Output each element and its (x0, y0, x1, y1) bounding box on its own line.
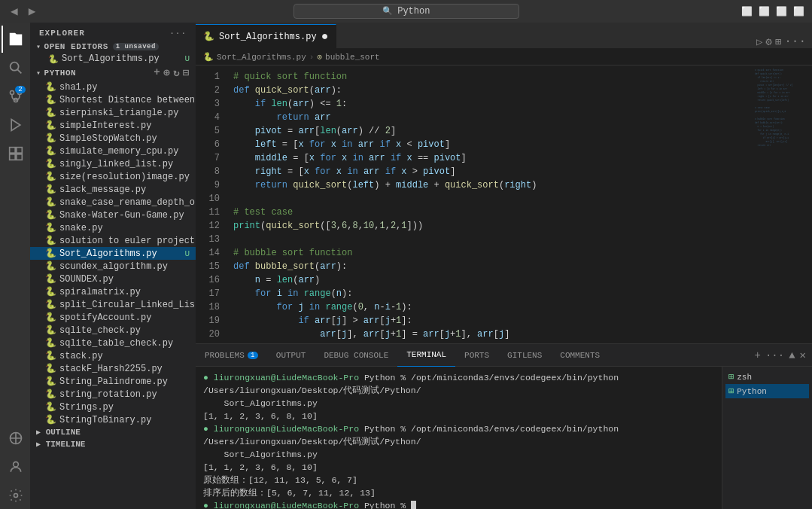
terminal-line-5: 原始数组：[12, 11, 13, 5, 6, 7] (203, 474, 714, 486)
sidebar: EXPLORER ··· ▾ OPEN EDITORS 1 unsaved 🐍 … (30, 23, 196, 509)
split-editor-button[interactable]: ⊞ (775, 35, 781, 48)
sidebar-menu-icon[interactable]: ··· (169, 29, 187, 38)
tab-debug-console[interactable]: DEBUG CONSOLE (315, 344, 397, 367)
tab-comments[interactable]: COMMENTS (551, 344, 609, 367)
open-editors-section[interactable]: ▾ OPEN EDITORS 1 unsaved (30, 41, 196, 53)
file-simple-interest[interactable]: 🐍simpleInterest.py (30, 119, 196, 132)
editor-tab-sort-algorithms[interactable]: 🐍 Sort_Algorithms.py ● (196, 24, 336, 48)
terminal-close-button[interactable]: ✕ (800, 349, 806, 361)
svg-point-2 (11, 62, 19, 71)
file-stackf[interactable]: 🐍stackF_Harsh2255.py (30, 362, 196, 375)
file-slack[interactable]: 🐍slack_message.py (30, 183, 196, 196)
main-layout: 2 EXPLORER ··· ▾ OPEN (0, 23, 812, 509)
file-string-to-binary[interactable]: 🐍StringToBinary.py (30, 413, 196, 426)
svg-rect-0 (11, 35, 21, 36)
terminal-content[interactable]: ● liurongxuan@LiudeMacBook-Pro Python % … (196, 367, 722, 509)
file-sort-algorithms[interactable]: 🐍Sort_Algorithms.pyU (30, 247, 196, 260)
back-button[interactable]: ◀ (8, 4, 21, 19)
collapse-icon[interactable]: ⊟ (183, 66, 190, 79)
breadcrumb-function[interactable]: bubble_sort (325, 53, 380, 62)
timeline-section[interactable]: ▶ TIMELINE (30, 438, 196, 450)
run-split-button[interactable]: ▷ (756, 35, 762, 48)
new-folder-icon[interactable]: ⊕ (163, 66, 170, 79)
terminal-add-button[interactable]: + (755, 349, 761, 361)
file-sqlite-check[interactable]: 🐍sqlite_check.py (30, 324, 196, 337)
new-file-icon[interactable]: + (154, 66, 160, 79)
refresh-icon[interactable]: ↻ (173, 66, 180, 79)
tab-problems[interactable]: PROBLEMS 1 (196, 344, 267, 367)
terminal-icon: ⊞ (728, 371, 734, 383)
terminal-line-3: ● liurongxuan@LiudeMacBook-Pro Python % … (203, 422, 714, 461)
terminal-line-2: [1, 1, 2, 3, 6, 8, 10] (203, 410, 714, 422)
file-spotify[interactable]: 🐍spotifyAccount.py (30, 311, 196, 324)
layout-icon-3[interactable]: ⬜ (776, 6, 787, 17)
svg-rect-9 (17, 148, 23, 154)
terminal-zsh[interactable]: ⊞ zsh (725, 370, 809, 384)
svg-rect-8 (10, 148, 16, 154)
activity-run[interactable] (2, 111, 29, 139)
layout-icon-2[interactable]: ⬜ (759, 6, 770, 17)
global-search[interactable]: 🔍 Python (293, 4, 519, 19)
layout-icon-4[interactable]: ⬜ (793, 6, 804, 17)
tab-terminal[interactable]: TERMINAL (397, 344, 455, 367)
file-stack[interactable]: 🐍stack.py (30, 349, 196, 362)
activity-remote[interactable] (2, 425, 29, 452)
tab-file-icon: 🐍 (203, 31, 214, 42)
file-snake-water-gun[interactable]: 🐍Snake-Water-Gun-Game.py (30, 209, 196, 221)
terminal-split-button[interactable]: ··· (765, 349, 784, 361)
file-string-rotation[interactable]: 🐍string_rotation.py (30, 388, 196, 401)
activity-account[interactable] (2, 453, 29, 480)
tab-ports[interactable]: PORTS (455, 344, 498, 367)
activity-source-control[interactable]: 2 (2, 83, 29, 110)
layout-icon-1[interactable]: ⬜ (741, 6, 753, 17)
line-numbers: 12345 678910 1112131415 1617181920 21222… (196, 66, 226, 343)
file-sha1[interactable]: 🐍sha1.py (30, 81, 196, 93)
open-editor-item[interactable]: 🐍 Sort_Algorithms.py U (30, 53, 196, 65)
file-sierpinski[interactable]: 🐍sierpinski_triangle.py (30, 106, 196, 119)
terminal-area: PROBLEMS 1 OUTPUT DEBUG CONSOLE TERMINAL… (196, 343, 812, 509)
editor-area: 🐍 Sort_Algorithms.py ● ▷ ⚙ ⊞ ··· 🐍 Sort_… (196, 23, 812, 509)
activity-settings[interactable] (2, 482, 29, 509)
breadcrumb-file[interactable]: Sort_Algorithms.py (217, 53, 306, 62)
file-split-circular[interactable]: 🐍split_Circular_Linked_List.py (30, 298, 196, 311)
file-linked-list[interactable]: 🐍singly_linked_list.py (30, 157, 196, 170)
file-scundex[interactable]: 🐍scundex_algorithm.py (30, 260, 196, 273)
forward-button[interactable]: ▶ (26, 4, 39, 19)
file-snake[interactable]: 🐍snake.py (30, 221, 196, 234)
file-simulate-memory[interactable]: 🐍simulate_memory_cpu.py (30, 145, 196, 157)
file-spiral[interactable]: 🐍spiralmatrix.py (30, 285, 196, 298)
activity-bar: 2 (0, 23, 30, 509)
more-actions-button[interactable]: ··· (784, 35, 806, 48)
file-shortest-distance[interactable]: 🐍Shortest Distance between Two Lines.py (30, 93, 196, 106)
tab-dirty-indicator: ● (321, 31, 329, 43)
file-image-size[interactable]: 🐍size(resolution)image.py (30, 170, 196, 183)
file-soundex[interactable]: 🐍SOUNDEX.py (30, 273, 196, 285)
file-stopwatch[interactable]: 🐍SimpleStopWatch.py (30, 132, 196, 145)
terminal-line-6: 排序后的数组：[5, 6, 7, 11, 12, 13] (203, 486, 714, 499)
sidebar-title: EXPLORER ··· (30, 23, 196, 41)
tab-bar: 🐍 Sort_Algorithms.py ● ▷ ⚙ ⊞ ··· (196, 23, 812, 49)
activity-extensions[interactable] (2, 140, 29, 167)
code-editor: 12345 678910 1112131415 1617181920 21222… (196, 66, 812, 343)
file-euler[interactable]: 🐍solution to euler project problem 10.py (30, 234, 196, 247)
tab-gitlens[interactable]: GITLENS (498, 344, 551, 367)
file-snake-case[interactable]: 🐍snake_case_rename_depth_one.py (30, 196, 196, 209)
terminal-maximize-button[interactable]: ▲ (789, 349, 795, 361)
python-section[interactable]: ▾ PYTHON + ⊕ ↻ ⊟ (30, 65, 196, 81)
debug-button[interactable]: ⚙ (765, 35, 771, 48)
activity-search[interactable] (2, 54, 29, 81)
code-content[interactable]: # quick sort function def quick_sort(arr… (226, 66, 752, 343)
minimap: # quick sort function def quick_sort(arr… (752, 66, 812, 343)
tab-output[interactable]: OUTPUT (267, 344, 315, 367)
terminal-python[interactable]: ⊞ Python (725, 384, 809, 398)
outline-section[interactable]: ▶ OUTLINE (30, 426, 196, 438)
svg-line-3 (17, 69, 21, 73)
editor-run-controls: ▷ ⚙ ⊞ ··· (756, 35, 812, 48)
activity-files[interactable] (2, 26, 29, 53)
terminal-tabs: PROBLEMS 1 OUTPUT DEBUG CONSOLE TERMINAL… (196, 344, 812, 367)
breadcrumb-function-icon: ⊙ (317, 52, 322, 62)
file-string-palindrome[interactable]: 🐍String_Palindrome.py (30, 375, 196, 388)
svg-point-13 (14, 462, 19, 467)
file-sqlite-table[interactable]: 🐍sqlite_table_check.py (30, 337, 196, 349)
file-strings[interactable]: 🐍Strings.py (30, 401, 196, 413)
